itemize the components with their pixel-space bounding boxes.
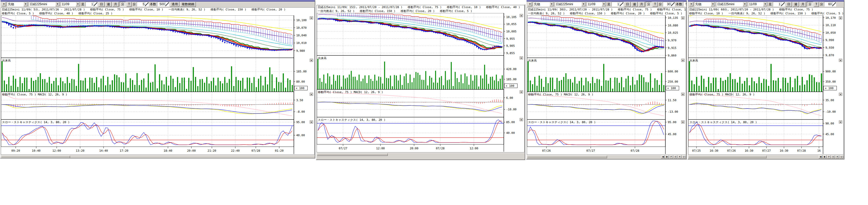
spinner-icon[interactable]: [671, 2, 675, 6]
nav-update-button[interactable]: U: [839, 155, 843, 158]
period-week-button[interactable]: 週: [793, 2, 799, 7]
period-tick-button[interactable]: T: [814, 2, 819, 7]
system-menu-button[interactable]: ▼: [2, 2, 6, 6]
nav-left-button[interactable]: ◀: [818, 155, 823, 158]
section-dropdown-button[interactable]: ▼: [310, 121, 313, 123]
section-dropdown-button[interactable]: ▼: [839, 59, 842, 62]
contract-month-select[interactable]: 11/09▼: [748, 2, 768, 6]
section-dropdown-button[interactable]: ▼: [681, 17, 684, 19]
market-select[interactable]: 先物▼: [7, 2, 28, 6]
volume-bar: [619, 83, 620, 92]
period-minute-button[interactable]: 分: [646, 2, 652, 7]
section-dropdown-button[interactable]: ▼: [839, 121, 842, 123]
nav-close-button[interactable]: ✕: [835, 155, 839, 158]
minute-value-spinner[interactable]: 60: [824, 2, 836, 6]
horizontal-scrollbar[interactable]: [316, 153, 525, 156]
bar-interval-spinner[interactable]: 1: [612, 2, 624, 6]
minute-value-spinner[interactable]: 5: [137, 2, 149, 6]
chevron-down-icon[interactable]: ▼: [582, 2, 586, 6]
apply-button[interactable]: 適用: [170, 2, 179, 7]
nav-zoom-button[interactable]: ⊙: [674, 155, 677, 158]
chevron-down-icon[interactable]: ▼: [24, 2, 28, 6]
horizontal-scrollbar[interactable]: ◀ ▶ P ⊙ ✕ U: [688, 155, 844, 158]
multi-symbol-button[interactable]: 複数銘柄: [180, 2, 196, 7]
section-dropdown-button[interactable]: ▼: [310, 93, 313, 96]
symbol-select[interactable]: 日経225mini▼: [555, 2, 586, 6]
minute-value-spinner[interactable]: 30: [663, 2, 675, 6]
spinner-icon[interactable]: [832, 2, 836, 6]
chevron-down-icon[interactable]: ▼: [602, 2, 606, 6]
period-week-button[interactable]: 週: [631, 2, 638, 7]
chart-axis-label: 95.00: [668, 121, 676, 124]
section-dropdown-button[interactable]: ▼: [520, 14, 523, 17]
system-menu-button[interactable]: ▼: [528, 2, 532, 6]
market-select[interactable]: 先物▼: [694, 2, 715, 6]
scrollbar-thumb[interactable]: [527, 155, 607, 158]
nav-zoom-button[interactable]: ⊙: [831, 155, 835, 158]
period-month-button[interactable]: 月: [113, 2, 119, 7]
price-chart-canvas[interactable]: 10,13510,08010,0259,9709,9159,860600.002…: [527, 16, 685, 154]
period-month-button[interactable]: 月: [800, 2, 806, 7]
period-tick-button[interactable]: T: [127, 2, 131, 7]
chevron-down-icon[interactable]: ▼: [55, 2, 60, 6]
chart-axis-label: 出来高: [689, 59, 698, 62]
nav-update-button[interactable]: U: [682, 155, 686, 158]
section-dropdown-button[interactable]: ▼: [681, 121, 684, 123]
section-dropdown-button[interactable]: ▼: [520, 90, 523, 93]
chevron-down-icon[interactable]: ▼: [743, 2, 747, 6]
period-day-button[interactable]: 日: [98, 2, 104, 7]
chart-axis-label: 出来高: [528, 59, 537, 62]
chevron-down-icon[interactable]: ▼: [76, 2, 80, 6]
horizontal-scrollbar[interactable]: ◀ ▶ P ⊙ ✕ U: [527, 155, 686, 158]
period-week-button[interactable]: 週: [105, 2, 112, 7]
section-dropdown-button[interactable]: ▼: [310, 17, 313, 19]
contract-month-select[interactable]: 11/09▼: [587, 2, 606, 6]
contract-month-select[interactable]: 11/09▼: [61, 2, 80, 6]
section-dropdown-button[interactable]: ▼: [520, 57, 523, 59]
section-dropdown-button[interactable]: ▼: [520, 118, 523, 121]
nav-pointer-button[interactable]: P: [827, 155, 831, 158]
period-minute-button[interactable]: 分: [807, 2, 813, 7]
price-chart-canvas[interactable]: 10,10510,05510,0059,9559,9059,855420.001…: [317, 13, 524, 152]
spinner-icon[interactable]: [165, 2, 169, 6]
horizontal-scrollbar[interactable]: [1, 155, 315, 158]
chart-area: 日経225mini 11/09( 60分, 2011/07/20 - 2011/…: [688, 7, 844, 155]
scrollbar-thumb[interactable]: [1, 155, 70, 158]
nav-right-button[interactable]: ▶: [665, 155, 669, 158]
section-dropdown-button[interactable]: ▼: [310, 59, 313, 62]
spinner-icon[interactable]: [781, 2, 784, 6]
chevron-down-icon[interactable]: ▼: [550, 2, 554, 6]
bar-count-spinner[interactable]: 500: [683, 2, 686, 6]
bar-interval-spinner[interactable]: 1: [773, 2, 785, 6]
section-dropdown-button[interactable]: ▼: [681, 93, 684, 96]
spinner-icon[interactable]: [145, 2, 149, 6]
price-chart-canvas[interactable]: 10,17010,11010,0509,9909,9309,870900.003…: [688, 16, 843, 154]
bar-interval-spinner[interactable]: 1: [86, 2, 97, 6]
nav-pointer-button[interactable]: P: [669, 155, 673, 158]
section-dropdown-button[interactable]: ▼: [839, 17, 842, 19]
period-day-button[interactable]: 日: [786, 2, 792, 7]
section-dropdown-button[interactable]: ▼: [839, 93, 842, 96]
chevron-down-icon[interactable]: ▼: [711, 2, 715, 6]
candlestick: [208, 36, 209, 37]
price-chart-canvas[interactable]: 10,10010,07010,04010,0109,980185.0080.00…: [1, 16, 314, 154]
nav-left-button[interactable]: ◀: [661, 155, 665, 158]
period-tick-button[interactable]: T: [653, 2, 657, 7]
market-select[interactable]: 先物▼: [533, 2, 554, 6]
system-menu-button[interactable]: ▼: [689, 2, 693, 6]
candlestick: [461, 40, 462, 40]
bar-count-spinner[interactable]: 500: [157, 2, 169, 6]
scrollbar-thumb[interactable]: [317, 153, 388, 156]
symbol-select[interactable]: 日経225mini▼: [29, 2, 60, 6]
nav-right-button[interactable]: ▶: [823, 155, 827, 158]
symbol-select[interactable]: 日経225mini▼: [716, 2, 747, 6]
nav-close-button[interactable]: ✕: [678, 155, 682, 158]
period-minute-button[interactable]: 分: [120, 2, 126, 7]
spinner-icon[interactable]: [620, 2, 623, 6]
spinner-icon[interactable]: [94, 2, 97, 6]
chevron-down-icon[interactable]: ▼: [763, 2, 767, 6]
section-dropdown-button[interactable]: ▼: [681, 59, 684, 62]
period-month-button[interactable]: 月: [639, 2, 645, 7]
scrollbar-thumb[interactable]: [688, 155, 767, 158]
period-day-button[interactable]: 日: [624, 2, 630, 7]
